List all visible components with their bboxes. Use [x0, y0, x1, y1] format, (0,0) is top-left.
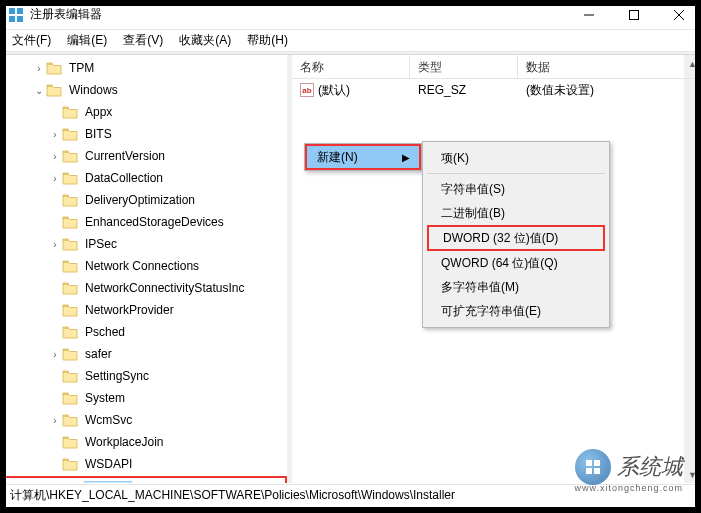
menu-item-expandstring[interactable]: 可扩充字符串值(E)	[425, 299, 607, 323]
menu-item-string[interactable]: 字符串值(S)	[425, 177, 607, 201]
tree-item[interactable]: ›CurrentVersion	[0, 145, 287, 167]
tree-item[interactable]: ›NetworkProvider	[0, 299, 287, 321]
menu-item-qword[interactable]: QWORD (64 位)值(Q)	[425, 251, 607, 275]
menu-item-multistring[interactable]: 多字符串值(M)	[425, 275, 607, 299]
chevron-right-icon[interactable]: ›	[48, 239, 62, 250]
svg-rect-2	[9, 16, 15, 22]
menu-view[interactable]: 查看(V)	[115, 30, 171, 51]
folder-icon	[62, 259, 78, 273]
chevron-down-icon[interactable]: ⌄	[32, 85, 46, 96]
chevron-right-icon[interactable]: ›	[48, 173, 62, 184]
tree-pane[interactable]: ▲ ▼ ›TPM⌄Windows›Appx›BITS›CurrentVersio…	[0, 55, 287, 483]
watermark-brand: 系统城	[617, 452, 683, 482]
maximize-button[interactable]	[611, 0, 656, 30]
folder-icon	[62, 281, 78, 295]
folder-icon	[62, 171, 78, 185]
tree-item[interactable]: ›Network Connections	[0, 255, 287, 277]
tree-item[interactable]: ›Installer	[2, 478, 285, 483]
folder-icon	[62, 369, 78, 383]
tree-item[interactable]: ›SettingSync	[0, 365, 287, 387]
tree-item[interactable]: ›IPSec	[0, 233, 287, 255]
folder-icon	[62, 149, 78, 163]
column-headers[interactable]: 名称 类型 数据	[292, 55, 701, 79]
status-path: 计算机\HKEY_LOCAL_MACHINE\SOFTWARE\Policies…	[10, 487, 455, 504]
folder-icon	[62, 303, 78, 317]
value-type: REG_SZ	[410, 83, 518, 97]
tree-item[interactable]: ›EnhancedStorageDevices	[0, 211, 287, 233]
menu-edit[interactable]: 编辑(E)	[59, 30, 115, 51]
string-value-icon: ab	[300, 83, 314, 97]
folder-icon	[62, 105, 78, 119]
folder-icon	[62, 215, 78, 229]
list-row[interactable]: ab (默认) REG_SZ (数值未设置)	[292, 79, 701, 101]
watermark: 系统城	[575, 449, 683, 485]
chevron-right-icon[interactable]: ›	[48, 129, 62, 140]
tree-item-label: DeliveryOptimization	[82, 192, 198, 208]
tree-item[interactable]: ⌄Windows	[0, 79, 287, 101]
menu-separator	[427, 173, 605, 174]
menu-item-dword[interactable]: DWORD (32 位)值(D)	[427, 225, 605, 251]
tree-item-label: EnhancedStorageDevices	[82, 214, 227, 230]
folder-icon	[64, 482, 80, 483]
window-title: 注册表编辑器	[30, 6, 566, 23]
watermark-logo-icon	[575, 449, 611, 485]
chevron-right-icon[interactable]: ›	[48, 151, 62, 162]
tree-item-label: safer	[82, 346, 115, 362]
folder-icon	[46, 83, 62, 97]
svg-rect-9	[594, 460, 600, 466]
menu-item-binary[interactable]: 二进制值(B)	[425, 201, 607, 225]
tree-item[interactable]: ›System	[0, 387, 287, 409]
tree-item[interactable]: ›Appx	[0, 101, 287, 123]
tree-item-label: System	[82, 390, 128, 406]
close-button[interactable]	[656, 0, 701, 30]
menu-favorites[interactable]: 收藏夹(A)	[171, 30, 239, 51]
tree-item-label: Appx	[82, 104, 115, 120]
tree-item[interactable]: ›WcmSvc	[0, 409, 287, 431]
folder-icon	[62, 325, 78, 339]
menu-file[interactable]: 文件(F)	[4, 30, 59, 51]
tree-item-label: DataCollection	[82, 170, 166, 186]
chevron-right-icon[interactable]: ›	[32, 63, 46, 74]
tree-item[interactable]: ›NetworkConnectivityStatusInc	[0, 277, 287, 299]
col-type[interactable]: 类型	[410, 55, 518, 78]
col-name[interactable]: 名称	[292, 55, 410, 78]
minimize-button[interactable]	[566, 0, 611, 30]
menu-item-key[interactable]: 项(K)	[425, 146, 607, 170]
folder-icon	[62, 391, 78, 405]
svg-rect-11	[594, 468, 600, 474]
tree-item-label: TPM	[66, 60, 97, 76]
chevron-right-icon[interactable]: ›	[48, 415, 62, 426]
tree-item[interactable]: ›Psched	[0, 321, 287, 343]
folder-icon	[62, 193, 78, 207]
values-pane[interactable]: 名称 类型 数据 ab (默认) REG_SZ (数值未设置) 新建(N) ▶ …	[292, 55, 701, 483]
tree-item[interactable]: ›BITS	[0, 123, 287, 145]
tree-item[interactable]: ›WSDAPI	[0, 453, 287, 475]
tree-item-label: NetworkConnectivityStatusInc	[82, 280, 247, 296]
folder-icon	[46, 61, 62, 75]
folder-icon	[62, 413, 78, 427]
tree-item[interactable]: ›TPM	[0, 57, 287, 79]
context-submenu-new[interactable]: 项(K) 字符串值(S) 二进制值(B) DWORD (32 位)值(D) QW…	[422, 141, 610, 328]
title-bar: 注册表编辑器	[0, 0, 701, 30]
value-name: (默认)	[318, 82, 350, 99]
folder-icon	[62, 347, 78, 361]
content-area: ▲ ▼ ›TPM⌄Windows›Appx›BITS›CurrentVersio…	[0, 55, 701, 483]
tree-item-label: IPSec	[82, 236, 120, 252]
svg-rect-0	[9, 8, 15, 14]
tree-item[interactable]: ›safer	[0, 343, 287, 365]
highlight-box: ›Installer	[0, 476, 287, 483]
context-menu[interactable]: 新建(N) ▶	[304, 143, 422, 171]
tree-item[interactable]: ›DeliveryOptimization	[0, 189, 287, 211]
tree-item-label: Network Connections	[82, 258, 202, 274]
tree-item[interactable]: ›WorkplaceJoin	[0, 431, 287, 453]
svg-rect-5	[629, 10, 638, 19]
menu-item-new[interactable]: 新建(N) ▶	[305, 144, 421, 170]
tree-item[interactable]: ›DataCollection	[0, 167, 287, 189]
tree-item-label: WorkplaceJoin	[82, 434, 166, 450]
menu-help[interactable]: 帮助(H)	[239, 30, 296, 51]
svg-rect-1	[17, 8, 23, 14]
menu-bar: 文件(F) 编辑(E) 查看(V) 收藏夹(A) 帮助(H)	[0, 30, 701, 52]
col-data[interactable]: 数据	[518, 55, 701, 78]
regedit-icon	[8, 7, 24, 23]
chevron-right-icon[interactable]: ›	[48, 349, 62, 360]
